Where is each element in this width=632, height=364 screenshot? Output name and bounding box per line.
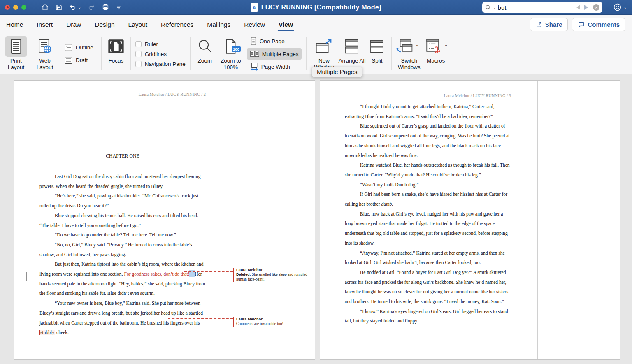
traffic-lights xyxy=(5,5,26,10)
search-scope-chevron-icon[interactable]: ⌄ xyxy=(493,5,496,9)
close-button[interactable] xyxy=(5,5,10,10)
tab-review[interactable]: Review xyxy=(244,15,265,34)
share-label: Share xyxy=(545,21,562,28)
comments-button[interactable]: Comments xyxy=(572,18,625,31)
text-segment-anchor: stubbly xyxy=(40,330,55,335)
clear-search-icon[interactable]: ✕ xyxy=(593,4,599,11)
split-label: Split xyxy=(372,58,382,64)
page-header: Laura Melchor / LUCY RUNNING / 3 xyxy=(345,93,511,98)
multiple-pages-tooltip: Multiple Pages xyxy=(312,67,362,77)
tab-mailings[interactable]: Mailings xyxy=(207,15,230,34)
minimize-button[interactable] xyxy=(13,5,18,10)
tab-draw[interactable]: Draw xyxy=(66,15,81,34)
home-icon[interactable] xyxy=(41,3,49,11)
feedback-menu[interactable]: ⌄ xyxy=(613,3,627,12)
paragraph: Blue stopped chewing his tennis ball. He… xyxy=(40,211,206,230)
paragraph: If Girl had been born a snake, she’d hav… xyxy=(345,190,511,209)
web-layout-label: Web Layout xyxy=(30,58,59,71)
zoom-button[interactable]: Zoom xyxy=(193,34,216,74)
text-segment: He nodded at Girl. “Found a buyer for La… xyxy=(345,270,508,304)
page-width-button[interactable]: Page Width xyxy=(247,61,302,72)
gridlines-checkbox[interactable] xyxy=(135,51,142,57)
draft-label: Draft xyxy=(76,57,88,63)
print-layout-button[interactable]: Print Layout xyxy=(2,34,30,74)
tracked-change-comment[interactable]: Laura Melchor Deleted: She smelled like … xyxy=(233,268,314,282)
paragraph: Katrina watched Blue, her hands outstret… xyxy=(345,160,511,180)
focus-icon xyxy=(108,39,124,54)
arrange-all-icon xyxy=(344,39,360,54)
print-layout-icon xyxy=(9,38,23,55)
find-previous-icon[interactable] xyxy=(576,5,580,10)
find-next-icon[interactable] xyxy=(584,5,588,10)
paragraph: “He’s here,” she said, pawing at his sho… xyxy=(40,191,206,211)
navigation-pane-checkbox-row[interactable]: Navigation Pane xyxy=(135,61,186,67)
outline-label: Outline xyxy=(76,44,93,51)
focus-label: Focus xyxy=(108,58,123,64)
text-segment: “Do we have to go under the table? Tell … xyxy=(55,232,176,238)
customize-toolbar-icon[interactable] xyxy=(116,4,122,11)
paragraph: Blue squirmed out of Carter’s grasp and … xyxy=(345,121,511,160)
tab-home[interactable]: Home xyxy=(6,15,23,34)
titlebar: ⌄ a LUCY RUNNING [Compatibility Mode] ⌄ … xyxy=(0,0,632,15)
one-page-button[interactable]: One Page xyxy=(247,35,302,47)
macros-icon xyxy=(425,38,442,55)
margin-comment[interactable]: Laura Melchor Comments are invaluable to… xyxy=(233,317,314,327)
navigation-pane-checkbox[interactable] xyxy=(135,61,142,67)
ruler-checkbox-row[interactable]: Ruler xyxy=(135,41,186,47)
comment-bubble-icon xyxy=(578,21,585,28)
document-icon: a xyxy=(251,3,258,12)
zoom-window-button[interactable] xyxy=(21,5,26,10)
switch-windows-button[interactable]: ⌄ Switch Windows xyxy=(395,34,423,74)
print-icon[interactable] xyxy=(102,3,109,11)
focus-button[interactable]: Focus xyxy=(105,34,128,74)
undo-chevron-icon[interactable]: ⌄ xyxy=(78,5,81,9)
outline-button[interactable]: Outline xyxy=(61,42,97,53)
navigation-pane-label: Navigation Pane xyxy=(145,61,186,67)
paragraph: Blue, now back at Girl’s eye level, nudg… xyxy=(345,209,511,248)
search-input[interactable] xyxy=(498,4,575,11)
comment-rail-divider xyxy=(232,81,232,359)
redo-icon[interactable] xyxy=(87,4,95,11)
comment-change-type: Deleted: xyxy=(236,272,252,276)
multiple-pages-button[interactable]: Multiple Pages xyxy=(247,48,302,60)
split-button[interactable]: Split xyxy=(365,34,388,74)
document-text[interactable]: “I thought I told you not to get attache… xyxy=(345,102,511,326)
paragraph: Last Girl Dog sat on the dusty cabin flo… xyxy=(40,172,206,191)
tab-design[interactable]: Design xyxy=(95,15,114,34)
switch-windows-icon xyxy=(396,38,413,55)
web-layout-button[interactable]: Web Layout xyxy=(30,34,59,74)
tab-references[interactable]: References xyxy=(161,15,193,34)
text-segment: Blue squirmed out of Carter’s grasp and … xyxy=(345,123,510,158)
text-segment-selection xyxy=(189,270,195,277)
text-segment: “I know.” Katrina’s eyes lingered on Gir… xyxy=(345,309,508,324)
draft-icon xyxy=(64,56,73,64)
comment-connector-line xyxy=(184,271,233,272)
undo-icon[interactable]: ⌄ xyxy=(69,4,81,11)
gridlines-checkbox-row[interactable]: Gridlines xyxy=(135,51,186,57)
print-layout-label: Print Layout xyxy=(2,58,30,71)
macros-label: Macros xyxy=(427,58,445,64)
comment-rail-divider xyxy=(537,81,538,359)
page-width-icon xyxy=(250,63,258,71)
page-header: Laura Melchor / LUCY RUNNING / 2 xyxy=(40,92,206,97)
save-icon[interactable] xyxy=(55,4,63,11)
paragraph: “Anyway, I’m not attached.” Katrina star… xyxy=(345,248,511,268)
web-layout-icon xyxy=(37,38,52,55)
zoom-label: Zoom xyxy=(198,58,212,64)
outline-icon xyxy=(64,44,73,51)
ruler-checkbox[interactable] xyxy=(135,41,142,47)
tab-insert[interactable]: Insert xyxy=(37,15,53,34)
zoom-100-button[interactable]: 100 Zoom to 100% xyxy=(216,34,245,74)
share-button[interactable]: Share xyxy=(530,18,568,31)
macros-button[interactable]: ⌄ Macros xyxy=(423,34,448,74)
tab-view[interactable]: View xyxy=(279,15,293,34)
comment-author: Laura Melchor xyxy=(236,268,314,272)
word-window: ⌄ a LUCY RUNNING [Compatibility Mode] ⌄ … xyxy=(0,0,632,364)
split-icon xyxy=(369,39,385,54)
text-segment: If Girl had been born a snake, she’d hav… xyxy=(345,192,507,207)
draft-button[interactable]: Draft xyxy=(61,55,97,66)
text-segment-italic: dumb xyxy=(381,202,392,207)
tab-layout[interactable]: Layout xyxy=(128,15,148,34)
paragraph: “No, no, Girl,” Bluey said. “Privacy.” H… xyxy=(40,240,206,260)
document-text[interactable]: Last Girl Dog sat on the dusty cabin flo… xyxy=(40,172,206,338)
